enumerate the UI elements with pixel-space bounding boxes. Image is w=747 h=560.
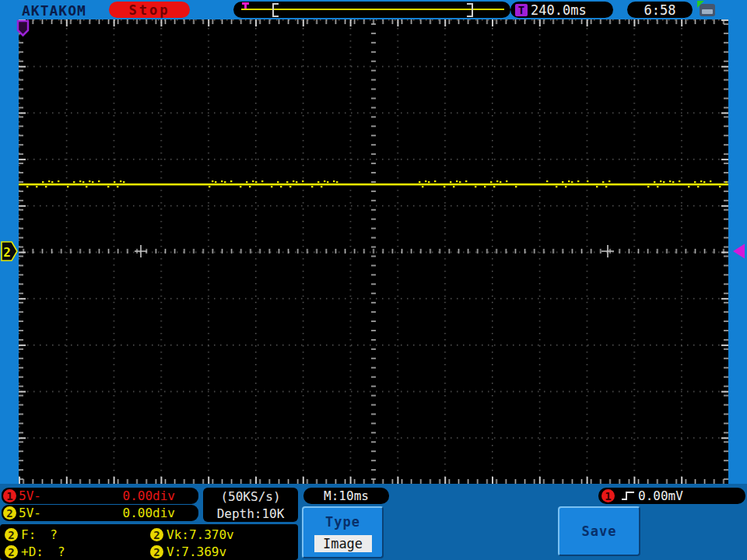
edge-major-ticks-top <box>19 19 728 26</box>
measurement-cell-freq: 2 F: ? <box>5 527 58 542</box>
measure-label: V: <box>167 544 181 559</box>
ch1-info-row: 1 5V- 0.00div <box>2 488 198 504</box>
type-button-label: Type <box>325 514 360 530</box>
measure-ch-badge: 2 <box>5 545 18 558</box>
waveform-trace <box>19 184 728 186</box>
edge-major-ticks-right <box>721 19 728 484</box>
measure-ch-badge: 2 <box>5 528 18 541</box>
measurement-cell-vk: 2 Vk: 7.370v <box>150 527 234 542</box>
type-button[interactable]: Type Image <box>302 506 384 558</box>
timebase-pill: M:10ms <box>303 488 389 504</box>
center-vertical-axis <box>371 19 376 484</box>
save-button[interactable]: Save <box>558 506 640 556</box>
ch1-badge: 1 <box>3 489 16 502</box>
ch1-offset: 0.00div <box>123 488 175 503</box>
scope-display: 2 <box>0 0 747 560</box>
measurement-cell-v: 2 V: 7.369v <box>150 544 226 559</box>
measurements-box: 2 F: ? 2 Vk: 7.370v 2 +D: ? 2 V: 7.369v <box>0 524 298 560</box>
acquisition-box: (50KS/s) Depth:10K <box>203 488 298 522</box>
trigger-level-pill: 1 0.00mV <box>598 488 745 504</box>
ch2-info-row: 2 5V- 0.00div <box>2 505 198 521</box>
sample-rate: (50KS/s) <box>220 489 280 504</box>
edge-major-ticks-bottom <box>19 477 728 484</box>
measure-value: ? <box>50 527 58 542</box>
edge-major-ticks-left <box>19 19 26 484</box>
measurement-cell-duty: 2 +D: ? <box>5 544 65 559</box>
measure-label: F: <box>21 527 36 542</box>
bottom-panel: 1 5V- 0.00div 2 5V- 0.00div (50KS/s) Dep… <box>0 484 747 560</box>
measure-value: 7.370v <box>189 527 234 542</box>
record-depth: Depth:10K <box>217 506 285 521</box>
ch1-scale: 5V- <box>19 488 41 503</box>
ch2-level-marker-label: 2 <box>3 245 11 260</box>
measure-value: 7.369v <box>181 544 226 559</box>
ch2-badge: 2 <box>3 506 16 520</box>
save-button-label: Save <box>582 523 617 539</box>
trigger-level-marker-icon <box>733 244 745 259</box>
measure-ch-badge: 2 <box>150 545 163 558</box>
measure-ch-badge: 2 <box>150 528 163 541</box>
measure-label: +D: <box>21 544 44 559</box>
trigger-level-value: 0.00mV <box>638 488 683 503</box>
measure-label: Vk: <box>167 527 189 542</box>
ch2-offset: 0.00div <box>123 506 175 520</box>
type-value-selected[interactable]: Image <box>314 535 372 552</box>
trigger-source-badge: 1 <box>601 489 615 502</box>
rising-edge-icon <box>621 491 635 502</box>
measure-value: ? <box>58 544 65 559</box>
ch2-scale: 5V- <box>19 506 41 520</box>
